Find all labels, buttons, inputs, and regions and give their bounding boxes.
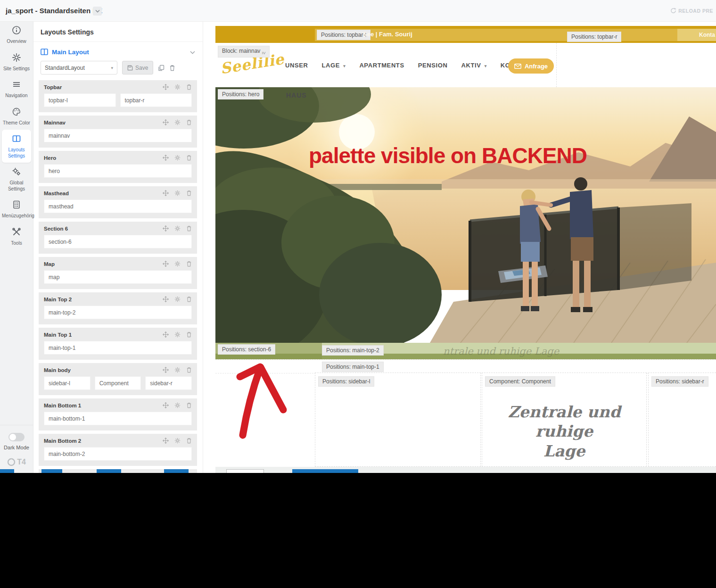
sidebar-item-layouts-settings[interactable]: Layouts Settings xyxy=(2,130,31,163)
sidebar-item-label: Site Settings xyxy=(2,66,31,72)
nav-item-apartments[interactable]: APARTMENTS xyxy=(359,62,404,69)
layout-group-label[interactable]: Main Layout xyxy=(52,49,89,56)
move-icon[interactable] xyxy=(163,119,169,125)
save-button[interactable]: Save xyxy=(122,61,153,75)
gear-icon[interactable] xyxy=(174,438,181,444)
nav-item-aktiv[interactable]: AKTIV ▾ xyxy=(461,62,486,69)
red-arrow-annotation xyxy=(234,361,291,443)
sidebar-item-navigation[interactable]: Navigation xyxy=(2,75,31,103)
trash-icon[interactable] xyxy=(186,155,192,161)
dark-mode-toggle[interactable] xyxy=(8,433,25,441)
move-icon[interactable] xyxy=(163,84,169,90)
trash-icon[interactable] xyxy=(186,367,192,373)
sidebar-item-global-settings[interactable]: Global Settings xyxy=(2,163,31,196)
position-badge-sidebar-r[interactable]: Positions: sidebar-r xyxy=(651,376,708,387)
block-badge-label: Block: mainnav xyxy=(222,48,260,54)
layout-select[interactable]: StandardLayout ▾ xyxy=(41,61,117,75)
anfrage-button[interactable]: Anfrage xyxy=(508,58,554,74)
ghost-heading: ntrale und ruhige Lage xyxy=(443,346,559,357)
position-badge-topbar-l[interactable]: Positions: topbar-l xyxy=(317,30,370,40)
sidebar-footer: Dark Mode T4 xyxy=(0,425,33,473)
duplicate-layout-button[interactable] xyxy=(158,65,165,71)
move-icon[interactable] xyxy=(163,331,169,338)
position-input[interactable]: sidebar-l xyxy=(44,376,91,390)
move-icon[interactable] xyxy=(163,190,169,196)
move-icon[interactable] xyxy=(163,438,169,444)
trash-icon[interactable] xyxy=(186,296,192,302)
position-input[interactable]: main-bottom-1 xyxy=(44,412,192,425)
move-icon[interactable] xyxy=(163,296,169,302)
position-input[interactable]: masthead xyxy=(44,199,192,213)
sidebar-item-overview[interactable]: Overview xyxy=(2,21,31,49)
trash-icon[interactable] xyxy=(186,190,192,196)
gear-icon[interactable] xyxy=(174,261,181,267)
gear-icon[interactable] xyxy=(174,367,181,373)
gear-icon[interactable] xyxy=(174,190,181,196)
nav-item-lage[interactable]: LAGE ▾ xyxy=(322,62,346,69)
trash-icon[interactable] xyxy=(186,225,192,232)
gear-icon[interactable] xyxy=(174,119,181,125)
delete-layout-button[interactable] xyxy=(169,65,175,71)
section-title: Map xyxy=(44,261,55,267)
t4-logo-text: T4 xyxy=(17,458,26,466)
move-icon[interactable] xyxy=(163,402,169,408)
position-input[interactable]: Component xyxy=(95,376,141,390)
move-icon[interactable] xyxy=(163,225,169,232)
sidebar-item-menu-assignment[interactable]: Menüzugehörig xyxy=(2,196,31,223)
trash-icon[interactable] xyxy=(186,119,192,125)
gear-icon[interactable] xyxy=(174,84,181,90)
position-input[interactable]: main-bottom-2 xyxy=(44,447,192,461)
position-badge-topbar-r[interactable]: Positions: topbar-r xyxy=(567,32,621,42)
layout-section-mainnav: Mainnav mainnav xyxy=(39,116,197,148)
trash-icon xyxy=(169,65,175,71)
block-badge-mainnav[interactable]: Block: mainnav IV xyxy=(218,46,270,58)
position-badge-main-top-2[interactable]: Positions: main-top-2 xyxy=(322,345,384,356)
palette-icon xyxy=(12,107,21,116)
sidebar-item-site-settings[interactable]: Site Settings xyxy=(2,49,31,76)
position-input[interactable]: section-6 xyxy=(44,235,192,248)
position-badge-main-top-1[interactable]: Positions: main-top-1 xyxy=(322,362,384,372)
position-input[interactable]: hero xyxy=(44,164,192,178)
nav-item-haus[interactable]: HAUS xyxy=(286,91,307,99)
sidebar-item-tools[interactable]: Tools xyxy=(2,223,31,250)
trash-icon[interactable] xyxy=(186,84,192,90)
reload-icon xyxy=(670,8,676,14)
position-input[interactable]: topbar-l xyxy=(44,93,116,107)
gear-icon[interactable] xyxy=(174,296,181,302)
trash-icon[interactable] xyxy=(186,261,192,267)
position-badge-hero[interactable]: Positions: hero xyxy=(218,89,263,99)
position-input[interactable]: sidebar-r xyxy=(145,376,192,390)
component-badge[interactable]: Component: Component xyxy=(485,376,555,387)
title-dropdown-button[interactable] xyxy=(93,7,102,16)
position-input[interactable]: map xyxy=(44,270,192,284)
preview-mainnav: Block: mainnav IV Seelilie UNSERLAGE ▾AP… xyxy=(215,43,716,87)
gear-icon[interactable] xyxy=(174,331,181,338)
reload-preview-button[interactable]: RELOAD PRE xyxy=(670,8,713,14)
move-icon[interactable] xyxy=(163,261,169,267)
collapse-chevron-icon[interactable] xyxy=(190,48,195,56)
panel-title: Layouts Settings xyxy=(33,21,203,42)
position-input[interactable]: main-top-1 xyxy=(44,341,192,355)
trash-icon[interactable] xyxy=(186,402,192,408)
gear-icon[interactable] xyxy=(174,155,181,161)
position-badge-sidebar-l[interactable]: Positions: sidebar-l xyxy=(318,376,374,387)
red-annotation-text: palette visible on BACKEND xyxy=(276,143,620,168)
footer-chip xyxy=(226,469,264,473)
anfrage-label: Anfrage xyxy=(525,63,548,70)
nav-item-pension[interactable]: PENSION xyxy=(418,62,448,69)
position-input[interactable]: mainnav xyxy=(44,129,192,142)
layout-section-main-top-1: Main Top 1 main-top-1 xyxy=(39,328,197,360)
trash-icon[interactable] xyxy=(186,331,192,338)
position-badge-section-6[interactable]: Positions: section-6 xyxy=(218,344,275,355)
gear-icon[interactable] xyxy=(174,225,181,232)
nav-item-unser[interactable]: UNSER xyxy=(285,62,308,69)
sidebar-item-theme-color[interactable]: Theme Color xyxy=(2,103,31,130)
position-input[interactable]: main-top-2 xyxy=(44,306,192,319)
position-input[interactable]: topbar-r xyxy=(120,93,192,107)
gear-icon[interactable] xyxy=(174,402,181,408)
preview-topbar: Positions: topbar-l See | Fam. Sourij Po… xyxy=(215,26,716,43)
trash-icon[interactable] xyxy=(186,438,192,444)
move-icon[interactable] xyxy=(163,367,169,373)
move-icon[interactable] xyxy=(163,155,169,161)
layout-section-main-top-2: Main Top 2 main-top-2 xyxy=(39,292,197,324)
